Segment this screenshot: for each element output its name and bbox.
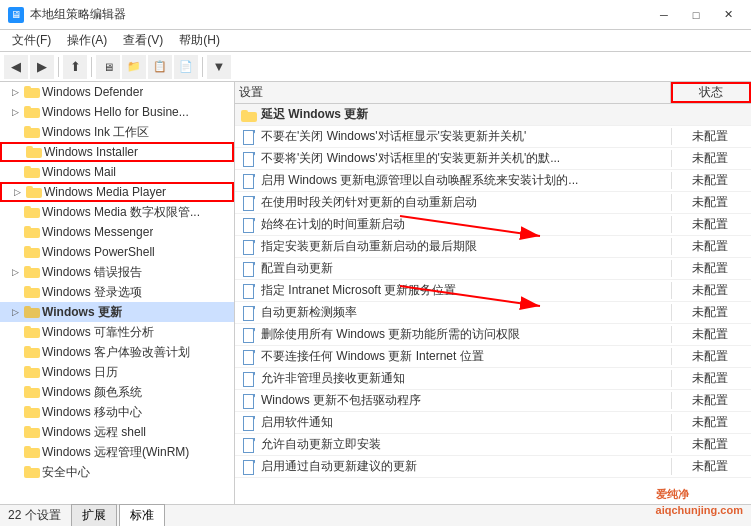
- folder-icon-mediaplayer: [26, 184, 42, 200]
- toolbar-back[interactable]: ◀: [4, 55, 28, 79]
- folder-icon-messenger: [24, 224, 40, 240]
- tree-item-mobility[interactable]: Windows 移动中心: [0, 402, 234, 422]
- tree-item-mediadrm[interactable]: Windows Media 数字权限管...: [0, 202, 234, 222]
- expand-loginoptions: [8, 285, 22, 299]
- folder-icon-reliability: [24, 324, 40, 340]
- folder-icon-color: [24, 384, 40, 400]
- settings-row-3[interactable]: 在使用时段关闭针对更新的自动重新启动 未配置: [235, 192, 751, 214]
- maximize-button[interactable]: □: [681, 5, 711, 25]
- settings-row-9[interactable]: 删除使用所有 Windows 更新功能所需的访问权限 未配置: [235, 324, 751, 346]
- settings-text-11: 允许非管理员接收更新通知: [259, 370, 671, 387]
- expand-update: ▷: [8, 305, 22, 319]
- tree-item-remoteshell[interactable]: Windows 远程 shell: [0, 422, 234, 442]
- tree-item-loginoptions[interactable]: Windows 登录选项: [0, 282, 234, 302]
- tree-label-powershell: Windows PowerShell: [42, 245, 155, 259]
- folder-icon-calendar: [24, 364, 40, 380]
- toolbar-sep3: [202, 57, 203, 77]
- settings-row-13[interactable]: 启用软件通知 未配置: [235, 412, 751, 434]
- settings-row-4[interactable]: 始终在计划的时间重新启动 未配置: [235, 214, 751, 236]
- folder-icon-cep: [24, 344, 40, 360]
- menu-help[interactable]: 帮助(H): [171, 30, 228, 51]
- col-header-status: 状态: [671, 82, 751, 103]
- tree-item-cep[interactable]: Windows 客户体验改善计划: [0, 342, 234, 362]
- settings-icon-5: [239, 240, 259, 254]
- close-button[interactable]: ✕: [713, 5, 743, 25]
- settings-row-5[interactable]: 指定安装更新后自动重新启动的最后期限 未配置: [235, 236, 751, 258]
- tree-item-hello[interactable]: ▷ Windows Hello for Busine...: [0, 102, 234, 122]
- tab-standard[interactable]: 标准: [119, 504, 165, 526]
- tree-label-errorreport: Windows 错误报告: [42, 264, 142, 281]
- tree-item-calendar[interactable]: Windows 日历: [0, 362, 234, 382]
- toolbar-forward[interactable]: ▶: [30, 55, 54, 79]
- tree-item-mail[interactable]: Windows Mail: [0, 162, 234, 182]
- settings-text-6: 配置自动更新: [259, 260, 671, 277]
- tree-label-loginoptions: Windows 登录选项: [42, 284, 142, 301]
- column-headers: 设置 状态: [235, 82, 751, 104]
- minimize-button[interactable]: ─: [649, 5, 679, 25]
- menu-bar: 文件(F) 操作(A) 查看(V) 帮助(H): [0, 30, 751, 52]
- tree-label-color: Windows 颜色系统: [42, 384, 142, 401]
- folder-icon-remotemgmt: [24, 444, 40, 460]
- expand-ink: [8, 125, 22, 139]
- settings-row-14[interactable]: 允许自动更新立即安装 未配置: [235, 434, 751, 456]
- settings-text-3: 在使用时段关闭针对更新的自动重新启动: [259, 194, 671, 211]
- toolbar-btn1[interactable]: 🖥: [96, 55, 120, 79]
- settings-row-10[interactable]: 不要连接任何 Windows 更新 Internet 位置 未配置: [235, 346, 751, 368]
- settings-row-8[interactable]: 自动更新检测频率 未配置: [235, 302, 751, 324]
- toolbar-btn2[interactable]: 📁: [122, 55, 146, 79]
- settings-row-2[interactable]: 启用 Windows 更新电源管理以自动唤醒系统来安装计划的... 未配置: [235, 170, 751, 192]
- expand-calendar: [8, 365, 22, 379]
- expand-hello: ▷: [8, 105, 22, 119]
- toolbar-btn3[interactable]: 📋: [148, 55, 172, 79]
- settings-icon-11: [239, 372, 259, 386]
- tree-item-powershell[interactable]: Windows PowerShell: [0, 242, 234, 262]
- toolbar-sep1: [58, 57, 59, 77]
- tree-item-errorreport[interactable]: ▷ Windows 错误报告: [0, 262, 234, 282]
- tree-item-ink[interactable]: Windows Ink 工作区: [0, 122, 234, 142]
- toolbar: ◀ ▶ ⬆ 🖥 📁 📋 📄 ▼: [0, 52, 751, 82]
- expand-mail: [8, 165, 22, 179]
- tree-label-mobility: Windows 移动中心: [42, 404, 142, 421]
- expand-remotemgmt: [8, 445, 22, 459]
- tree-label-mail: Windows Mail: [42, 165, 116, 179]
- settings-icon-13: [239, 416, 259, 430]
- tree-item-color[interactable]: Windows 颜色系统: [0, 382, 234, 402]
- tree-label-messenger: Windows Messenger: [42, 225, 153, 239]
- settings-status-8: 未配置: [671, 304, 751, 321]
- tree-item-messenger[interactable]: Windows Messenger: [0, 222, 234, 242]
- tree-item-update[interactable]: ▷ Windows 更新: [0, 302, 234, 322]
- tree-item-reliability[interactable]: Windows 可靠性分析: [0, 322, 234, 342]
- tree-item-defender[interactable]: ▷ Windows Defender: [0, 82, 234, 102]
- menu-file[interactable]: 文件(F): [4, 30, 59, 51]
- settings-row-12[interactable]: Windows 更新不包括驱动程序 未配置: [235, 390, 751, 412]
- menu-view[interactable]: 查看(V): [115, 30, 171, 51]
- settings-section-header: 延迟 Windows 更新: [235, 104, 751, 126]
- toolbar-up[interactable]: ⬆: [63, 55, 87, 79]
- settings-text-9: 删除使用所有 Windows 更新功能所需的访问权限: [259, 326, 671, 343]
- tree-label-hello: Windows Hello for Busine...: [42, 105, 189, 119]
- folder-icon-update: [24, 304, 40, 320]
- settings-row-15[interactable]: 启用通过自动更新建议的更新 未配置: [235, 456, 751, 478]
- toolbar-btn4[interactable]: 📄: [174, 55, 198, 79]
- settings-row-1[interactable]: 不要将'关闭 Windows'对话框里的'安装更新并关机'的默... 未配置: [235, 148, 751, 170]
- tab-expand[interactable]: 扩展: [71, 504, 117, 526]
- tree-item-installer[interactable]: Windows Installer: [0, 142, 234, 162]
- settings-status-0: 未配置: [671, 128, 751, 145]
- menu-action[interactable]: 操作(A): [59, 30, 115, 51]
- tree-item-securitycenter[interactable]: 安全中心: [0, 462, 234, 482]
- settings-status-2: 未配置: [671, 172, 751, 189]
- toolbar-filter[interactable]: ▼: [207, 55, 231, 79]
- settings-icon-10: [239, 350, 259, 364]
- settings-row-0[interactable]: 不要在'关闭 Windows'对话框显示'安装更新并关机' 未配置: [235, 126, 751, 148]
- settings-status-3: 未配置: [671, 194, 751, 211]
- settings-row-7[interactable]: 指定 Intranet Microsoft 更新服务位置 未配置: [235, 280, 751, 302]
- settings-icon-9: [239, 328, 259, 342]
- tree-label-mediadrm: Windows Media 数字权限管...: [42, 204, 200, 221]
- tree-label-remotemgmt: Windows 远程管理(WinRM): [42, 444, 189, 461]
- tree-item-remotemgmt[interactable]: Windows 远程管理(WinRM): [0, 442, 234, 462]
- tree-label-update: Windows 更新: [42, 304, 122, 321]
- tree-item-mediaplayer[interactable]: ▷ Windows Media Player: [0, 182, 234, 202]
- settings-row-6[interactable]: 配置自动更新 未配置: [235, 258, 751, 280]
- settings-text-2: 启用 Windows 更新电源管理以自动唤醒系统来安装计划的...: [259, 172, 671, 189]
- settings-row-11[interactable]: 允许非管理员接收更新通知 未配置: [235, 368, 751, 390]
